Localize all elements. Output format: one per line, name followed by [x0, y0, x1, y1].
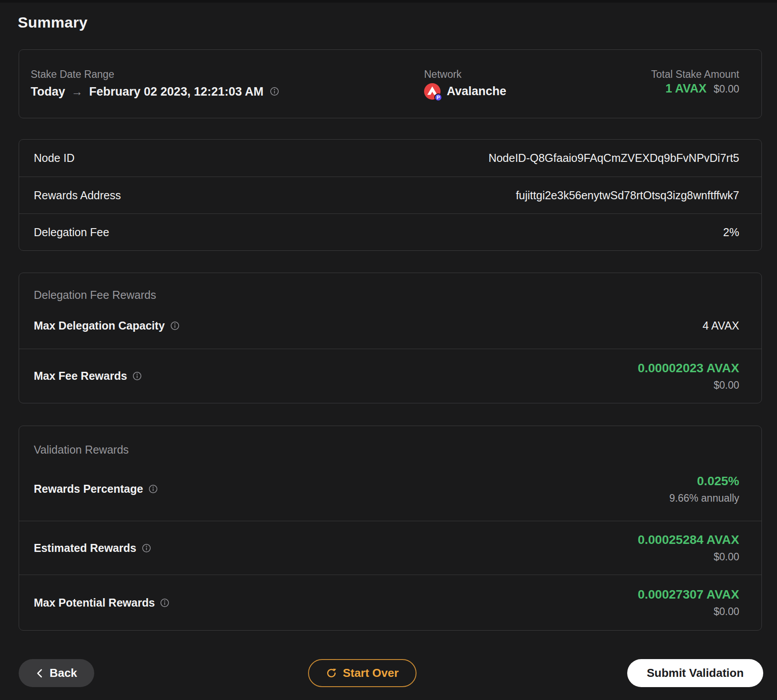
total-stake-block: Total Stake Amount 1 AVAX $0.00 [651, 67, 739, 101]
max-potential-rewards-value: 0.00027307 AVAX [638, 586, 739, 603]
network-name: Avalanche [447, 84, 506, 98]
total-stake-amount: 1 AVAX [665, 82, 707, 96]
validation-rewards-card: Validation Rewards Rewards Percentage 0.… [19, 426, 762, 631]
max-delegation-capacity-value: 4 AVAX [703, 319, 739, 332]
max-delegation-capacity-info-icon[interactable] [170, 321, 180, 330]
rewards-percentage-value: 0.025% [669, 472, 739, 490]
node-id-value: NodeID-Q8Gfaaio9FAqCmZVEXDq9bFvNPvDi7rt5 [489, 152, 739, 165]
start-over-button[interactable]: Start Over [308, 659, 417, 687]
refresh-icon [326, 668, 337, 679]
stake-date-range-block: Stake Date Range Today → February 02 202… [31, 67, 424, 101]
footer-actions: Back Start Over Submit Validation [19, 659, 763, 687]
max-fee-rewards-info-icon[interactable] [132, 371, 142, 381]
stake-date-start: Today [31, 82, 65, 101]
back-button[interactable]: Back [19, 659, 94, 687]
row-label: Node ID [34, 152, 75, 165]
max-potential-rewards-fiat: $0.00 [638, 603, 739, 620]
max-delegation-capacity-label: Max Delegation Capacity [34, 319, 165, 332]
window-top-strip [0, 0, 777, 3]
submit-validation-button-label: Submit Validation [647, 666, 744, 680]
max-fee-rewards-row: Max Fee Rewards 0.00002023 AVAX $0.00 [19, 349, 761, 403]
page-title: Summary [18, 13, 777, 31]
max-fee-rewards-fiat: $0.00 [638, 377, 739, 393]
rewards-percentage-annual: 9.66% annually [669, 490, 739, 506]
delegation-fee-rewards-title: Delegation Fee Rewards [19, 273, 761, 302]
total-stake-label: Total Stake Amount [651, 67, 739, 82]
table-row-delegation-fee: Delegation Fee 2% [19, 213, 761, 250]
max-delegation-capacity-row: Max Delegation Capacity 4 AVAX [19, 302, 761, 349]
avalanche-logo-icon: P [424, 83, 441, 100]
stake-summary-card: Stake Date Range Today → February 02 202… [19, 49, 762, 118]
estimated-rewards-row: Estimated Rewards 0.00025284 AVAX $0.00 [19, 521, 761, 575]
rewards-address-value: fujittgi2e3k56enytwSd78rtOtsq3izg8wnftff… [516, 189, 739, 202]
stake-date-range-label: Stake Date Range [31, 67, 424, 82]
table-row-node-id: Node ID NodeID-Q8Gfaaio9FAqCmZVEXDq9bFvN… [19, 140, 761, 177]
estimated-rewards-value: 0.00025284 AVAX [638, 531, 739, 549]
pchain-badge: P [434, 93, 442, 101]
delegation-fee-value: 2% [723, 226, 739, 239]
network-label: Network [424, 67, 651, 82]
validation-rewards-title: Validation Rewards [19, 426, 761, 457]
start-over-button-label: Start Over [343, 666, 399, 680]
estimated-rewards-label: Estimated Rewards [34, 542, 136, 555]
max-potential-rewards-row: Max Potential Rewards 0.00027307 AVAX $0… [19, 575, 761, 630]
delegation-fee-rewards-card: Delegation Fee Rewards Max Delegation Ca… [19, 273, 762, 403]
date-info-icon[interactable] [270, 87, 279, 96]
rewards-percentage-info-icon[interactable] [148, 484, 158, 494]
max-potential-rewards-label: Max Potential Rewards [34, 596, 155, 609]
arrow-right-icon: → [72, 82, 83, 101]
rewards-percentage-row: Rewards Percentage 0.025% 9.66% annually [19, 457, 761, 521]
back-button-label: Back [49, 666, 77, 680]
total-stake-fiat: $0.00 [713, 83, 739, 95]
table-row-rewards-address: Rewards Address fujittgi2e3k56enytwSd78r… [19, 177, 761, 213]
row-label: Rewards Address [34, 189, 121, 202]
chevron-left-icon [36, 668, 44, 679]
stake-date-end: February 02 2023, 12:21:03 AM [89, 82, 264, 101]
rewards-percentage-label: Rewards Percentage [34, 483, 143, 495]
network-block: Network P Avalanche [424, 67, 651, 101]
row-label: Delegation Fee [34, 226, 109, 239]
max-fee-rewards-value: 0.00002023 AVAX [638, 359, 739, 377]
estimated-rewards-fiat: $0.00 [638, 549, 739, 565]
max-potential-rewards-info-icon[interactable] [160, 598, 169, 607]
submit-validation-button[interactable]: Submit Validation [627, 659, 763, 687]
estimated-rewards-info-icon[interactable] [142, 543, 151, 553]
node-details-card: Node ID NodeID-Q8Gfaaio9FAqCmZVEXDq9bFvN… [19, 139, 762, 251]
max-fee-rewards-label: Max Fee Rewards [34, 370, 127, 382]
